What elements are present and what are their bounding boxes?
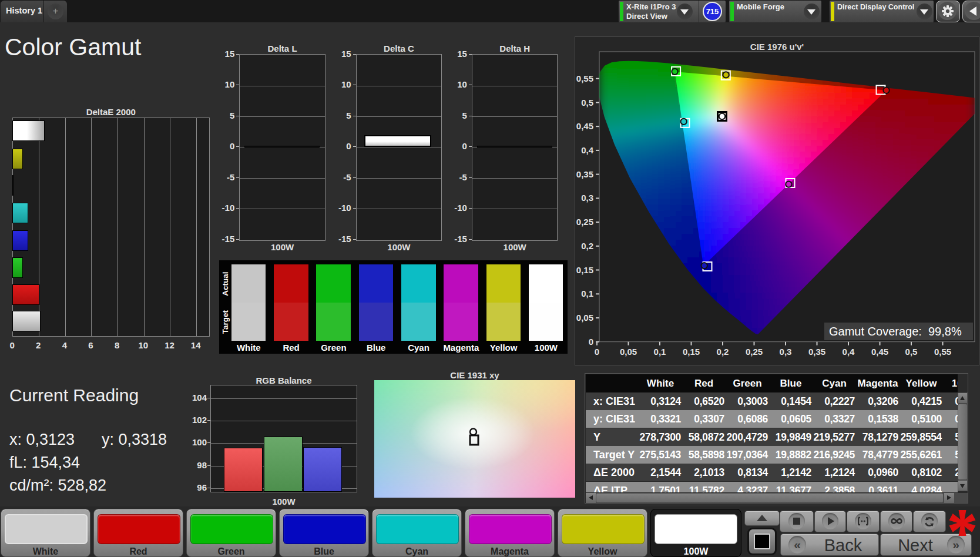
svg-text:0,3: 0,3 (581, 193, 593, 203)
svg-text:0,4: 0,4 (843, 347, 855, 357)
svg-text:0,5: 0,5 (905, 347, 918, 357)
svg-text:0,55: 0,55 (934, 347, 951, 357)
svg-text:0,35: 0,35 (576, 169, 593, 179)
svg-text:0,15: 0,15 (576, 265, 593, 275)
svg-text:0,1: 0,1 (654, 347, 666, 357)
svg-text:0: 0 (589, 337, 593, 347)
svg-text:0,05: 0,05 (620, 347, 637, 357)
svg-text:0,25: 0,25 (576, 217, 593, 227)
svg-text:0,1: 0,1 (581, 288, 593, 298)
svg-text:0,35: 0,35 (808, 347, 825, 357)
svg-text:0,45: 0,45 (871, 347, 888, 357)
svg-text:0,5: 0,5 (581, 98, 593, 108)
svg-text:0,2: 0,2 (717, 347, 729, 357)
svg-text:0,55: 0,55 (576, 73, 593, 83)
svg-text:Gamut Coverage: 99,8%: Gamut Coverage: 99,8% (829, 325, 962, 338)
svg-text:0,45: 0,45 (576, 121, 593, 131)
svg-text:0,3: 0,3 (780, 347, 792, 357)
svg-text:0: 0 (595, 347, 599, 357)
svg-text:0,15: 0,15 (683, 347, 700, 357)
svg-text:0,25: 0,25 (746, 347, 763, 357)
svg-text:0,05: 0,05 (576, 313, 593, 323)
svg-text:0,2: 0,2 (581, 241, 593, 251)
svg-text:0,4: 0,4 (581, 145, 594, 155)
